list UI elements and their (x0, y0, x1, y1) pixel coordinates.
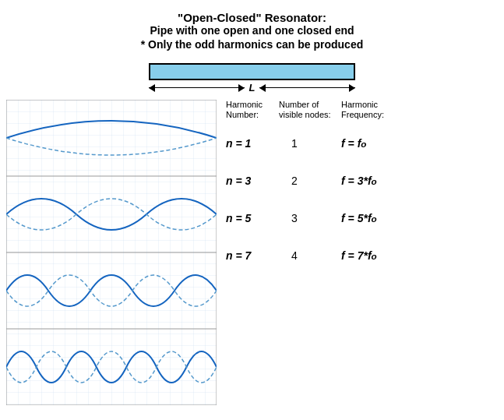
title-section: "Open-Closed" Resonator: Pipe with one o… (141, 11, 364, 51)
table-row-5: n = 5 3 f = 5*fo (226, 212, 504, 224)
title-line1: "Open-Closed" Resonator: (141, 11, 364, 24)
harmonic-n5: n = 5 (226, 212, 279, 224)
length-arrow: L (149, 82, 355, 94)
table-section: HarmonicNumber: Number ofvisible nodes: … (217, 100, 504, 408)
table-header: HarmonicNumber: Number ofvisible nodes: … (226, 100, 504, 120)
main-content: HarmonicNumber: Number ofvisible nodes: … (0, 100, 504, 408)
length-label: L (245, 82, 260, 94)
pipe-rectangle (149, 63, 355, 80)
nodes-n3: 2 (279, 175, 341, 187)
wave-section (6, 100, 217, 408)
harmonic-n7: n = 7 (226, 249, 279, 262)
freq-n1: f = fo (341, 137, 411, 150)
freq-n5: f = 5*fo (341, 212, 411, 224)
col-header-harmonic: HarmonicNumber: (226, 100, 279, 120)
nodes-n7: 4 (279, 249, 341, 262)
pipe-section: L (147, 63, 358, 94)
col-header-freq: HarmonicFrequency: (341, 100, 411, 120)
nodes-n1: 1 (279, 137, 341, 150)
title-line2: Pipe with one open and one closed end (141, 24, 364, 37)
arrow-line-right (259, 87, 355, 88)
table-row-1: n = 1 1 f = fo (226, 137, 504, 150)
nodes-n5: 3 (279, 212, 341, 224)
table-row-3: n = 3 2 f = 3*fo (226, 175, 504, 187)
col-header-nodes: Number ofvisible nodes: (279, 100, 341, 120)
page: "Open-Closed" Resonator: Pipe with one o… (0, 0, 504, 420)
freq-n7: f = 7*fo (341, 249, 411, 262)
harmonic-n1: n = 1 (226, 137, 279, 150)
harmonic-n3: n = 3 (226, 175, 279, 187)
title-line3: * Only the odd harmonics can be produced (141, 38, 364, 51)
table-row-7: n = 7 4 f = 7*fo (226, 249, 504, 262)
arrow-line (149, 87, 245, 88)
freq-n3: f = 3*fo (341, 175, 411, 187)
waves-svg (6, 100, 217, 405)
